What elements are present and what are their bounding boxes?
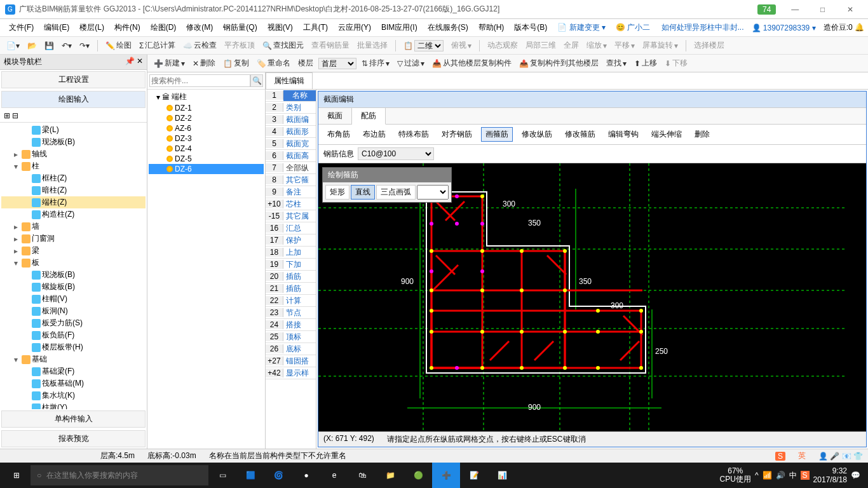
xiaoer-button[interactable]: 😊 广小二 — [611, 22, 655, 33]
start-button[interactable]: ⊞ — [3, 463, 31, 488]
tree-item[interactable]: 筏板基础(M) — [1, 377, 146, 390]
menu-help[interactable]: 帮助(H) — [473, 22, 510, 33]
list-item[interactable]: AZ-6 — [149, 123, 264, 133]
expand-icon[interactable]: ⊞ — [4, 111, 10, 120]
minimize-button[interactable]: — — [782, 5, 808, 14]
find-button[interactable]: 查找 ▾ — [604, 58, 629, 69]
property-row[interactable]: 18上加 — [266, 247, 316, 259]
float-tool-button[interactable]: 矩形 — [325, 185, 349, 200]
float-tool-button[interactable]: 直线 — [351, 185, 375, 200]
clock[interactable]: 9:32 2017/8/18 — [813, 466, 847, 485]
explorer-icon[interactable]: 📁 — [376, 463, 404, 488]
property-row[interactable]: 17保护 — [266, 234, 316, 247]
new-change-button[interactable]: 📄 新建变更 ▾ — [552, 22, 611, 33]
menu-bim[interactable]: BIM应用(I) — [376, 22, 423, 33]
app-icon-5[interactable]: ➕ — [432, 463, 460, 488]
property-row[interactable]: 7全部纵 — [266, 162, 316, 174]
menu-view[interactable]: 视图(V) — [262, 22, 298, 33]
menu-modify[interactable]: 修改(M) — [181, 22, 218, 33]
batch-select-button[interactable]: 批量选择 — [355, 40, 390, 51]
sum-button[interactable]: Σ 汇总计算 — [137, 40, 178, 51]
ime-lang[interactable]: 英 — [798, 451, 806, 461]
component-tree[interactable]: 梁(L) 现浇板(B)▸ 轴线▾ 柱 框柱(Z) 暗柱(Z) 端柱(Z) 构造柱… — [0, 123, 147, 409]
app-icon-4[interactable]: 🟢 — [404, 463, 432, 488]
tree-item[interactable]: 现浇板(B) — [1, 269, 146, 281]
tab-project-settings[interactable]: 工程设置 — [1, 71, 146, 88]
menu-file[interactable]: 文件(F) — [4, 22, 39, 33]
redo-icon[interactable]: ↷▾ — [77, 41, 92, 50]
tree-item[interactable]: ▾ 板 — [1, 257, 146, 269]
cad-canvas[interactable]: 绘制箍筋 矩形直线三点画弧 — [318, 163, 866, 431]
tree-item[interactable]: 梁(L) — [1, 124, 146, 136]
app-icon-3[interactable]: ● — [292, 463, 320, 488]
tab-single-component[interactable]: 单构件输入 — [1, 410, 146, 428]
menu-online[interactable]: 在线服务(S) — [423, 22, 473, 33]
tree-item[interactable]: ▾ 基础 — [1, 353, 146, 365]
user-label[interactable]: 👤 13907298339 ▾ — [752, 24, 816, 32]
property-row[interactable]: 1名称 — [266, 90, 316, 102]
tree-item[interactable]: 集水坑(K) — [1, 390, 146, 402]
editor-tool-button[interactable]: 删除 — [691, 128, 714, 141]
tree-item[interactable]: 柱墩(Y) — [1, 402, 146, 409]
editor-tool-button[interactable]: 对齐钢筋 — [438, 128, 476, 141]
rename-button[interactable]: 🏷️重命名 — [254, 58, 293, 69]
editor-tool-button[interactable]: 编辑弯钩 — [604, 128, 642, 141]
property-row[interactable]: 24搭接 — [266, 319, 316, 331]
search-input[interactable] — [149, 74, 250, 87]
menu-tools[interactable]: 工具(T) — [298, 22, 333, 33]
notification-icon[interactable]: 💬 — [851, 471, 860, 480]
tab-report-preview[interactable]: 报表预览 — [1, 430, 146, 447]
help-link[interactable]: 如何处理异形柱中非封... — [661, 22, 744, 33]
property-row[interactable]: 25顶标 — [266, 331, 316, 343]
taskview-icon[interactable]: ▭ — [208, 463, 236, 488]
menu-rebar[interactable]: 钢筋量(Q) — [218, 22, 262, 33]
notification-badge[interactable]: 74 — [757, 4, 776, 15]
component-list[interactable]: ▾ 🏛 端柱 DZ-1 DZ-2 AZ-6 DZ-3 DZ-4 DZ-5 DZ-… — [147, 90, 265, 449]
tree-item[interactable]: ▸ 墙 — [1, 220, 146, 233]
editor-tool-button[interactable]: 修改纵筋 — [518, 128, 556, 141]
rebar-info-select[interactable]: C10@100 — [358, 147, 434, 160]
list-header[interactable]: ▾ 🏛 端柱 — [149, 91, 264, 103]
tree-item[interactable]: ▸ 轴线 — [1, 148, 146, 160]
tree-item[interactable]: 柱帽(V) — [1, 293, 146, 305]
property-row[interactable]: 9备注 — [266, 186, 316, 198]
property-grid[interactable]: 1名称2类别3截面编4截面形5截面宽6截面高7全部纵8其它箍9备注+10芯柱-1… — [266, 90, 316, 449]
app-icon-1[interactable]: 🟦 — [236, 463, 264, 488]
network-icon[interactable]: 📶 — [763, 471, 772, 480]
collapse-icon[interactable]: ⊟ — [12, 111, 18, 120]
copy-button[interactable]: 📋复制 — [220, 58, 252, 69]
new-component-button[interactable]: ➕新建 ▾ — [151, 58, 187, 69]
editor-tool-button[interactable]: 布角筋 — [323, 128, 354, 141]
editor-tool-button[interactable]: 修改箍筋 — [561, 128, 599, 141]
property-row[interactable]: 8其它箍 — [266, 174, 316, 186]
property-row[interactable]: +27锚固搭 — [266, 355, 316, 367]
store-icon[interactable]: 🛍 — [348, 463, 376, 488]
app-icon-2[interactable]: 🌀 — [264, 463, 292, 488]
tab-property-edit[interactable]: 属性编辑 — [266, 72, 313, 89]
tree-item[interactable]: 板负筋(F) — [1, 329, 146, 341]
property-row[interactable]: 3截面编 — [266, 114, 316, 126]
undo-icon[interactable]: ↶▾ — [59, 41, 74, 50]
pan-button[interactable]: 平移 ▾ — [612, 40, 637, 51]
menu-edit[interactable]: 编辑(E) — [39, 22, 74, 33]
filter-button[interactable]: ▽ 过滤 ▾ — [395, 58, 427, 69]
orbit-button[interactable]: 动态观察 — [485, 40, 520, 51]
floor-select[interactable]: 首层 — [318, 58, 356, 69]
menu-cloud[interactable]: 云应用(Y) — [333, 22, 376, 33]
close-button[interactable]: ✕ — [837, 5, 863, 14]
maximize-button[interactable]: □ — [810, 5, 836, 14]
float-tool-select[interactable] — [417, 185, 449, 200]
property-row[interactable]: 16汇总 — [266, 222, 316, 234]
delete-button[interactable]: ✕ 删除 — [190, 58, 218, 69]
property-row[interactable]: 20插筋 — [266, 271, 316, 283]
tree-item[interactable]: 板洞(N) — [1, 305, 146, 317]
property-row[interactable]: 23节点 — [266, 307, 316, 319]
editor-tool-button[interactable]: 画箍筋 — [481, 127, 513, 142]
list-item[interactable]: DZ-1 — [149, 103, 264, 113]
app-icon-7[interactable]: 📊 — [488, 463, 516, 488]
tree-item[interactable]: 螺旋板(B) — [1, 281, 146, 293]
save-icon[interactable]: 💾 — [42, 41, 57, 50]
tree-item[interactable]: 基础梁(F) — [1, 365, 146, 377]
edge-icon[interactable]: e — [320, 463, 348, 488]
list-item[interactable]: DZ-4 — [149, 144, 264, 154]
